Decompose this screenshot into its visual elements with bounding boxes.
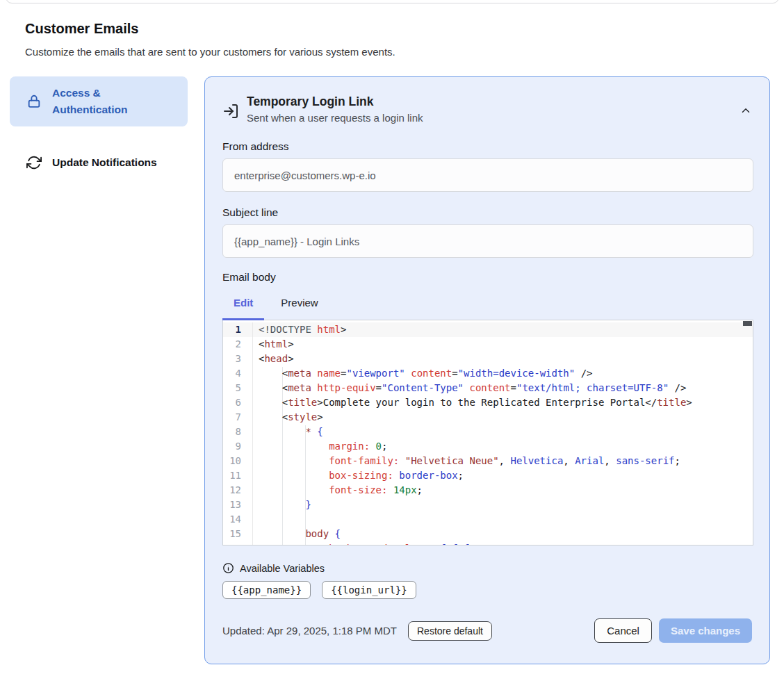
- variable-chip-login-url[interactable]: {{login_url}}: [322, 581, 416, 599]
- page-subtitle: Customize the emails that are sent to yo…: [25, 46, 395, 58]
- login-arrow-icon: [222, 103, 239, 120]
- chevron-up-icon[interactable]: [740, 104, 752, 117]
- line-number: 4: [223, 366, 253, 381]
- code-line[interactable]: 1<!DOCTYPE html>: [223, 322, 753, 337]
- line-number: 14: [223, 512, 253, 527]
- editor-scrollbar-thumb[interactable]: [743, 321, 752, 326]
- tab-edit[interactable]: Edit: [222, 293, 264, 313]
- code-editor[interactable]: 1<!DOCTYPE html>2<html>3<head>4 <meta na…: [222, 320, 753, 545]
- code-line[interactable]: 12 font-size: 14px;: [223, 483, 753, 498]
- page-title: Customer Emails: [25, 21, 138, 37]
- code-line[interactable]: 5 <meta http-equiv="Content-Type" conten…: [223, 381, 753, 395]
- line-number: 7: [223, 410, 253, 425]
- panel-header-text: Temporary Login Link Sent when a user re…: [247, 95, 423, 124]
- subject-line-label: Subject line: [222, 206, 752, 219]
- available-variables-label: Available Variables: [240, 563, 325, 574]
- cancel-button[interactable]: Cancel: [594, 618, 652, 643]
- code-line[interactable]: 6 <title>Complete your login to the Repl…: [223, 395, 753, 410]
- sidebar-item-label: Update Notifications: [52, 154, 157, 171]
- sidebar-item-label: Access & Authentication: [52, 85, 144, 118]
- line-number: 16: [223, 541, 253, 545]
- line-number: 13: [223, 498, 253, 512]
- updated-timestamp: Updated: Apr 29, 2025, 1:18 PM MDT: [222, 625, 397, 637]
- variable-chip-app-name[interactable]: {{app_name}}: [222, 581, 311, 599]
- line-number: 1: [223, 322, 253, 337]
- panel-footer: Updated: Apr 29, 2025, 1:18 PM MDT Resto…: [222, 618, 752, 643]
- code-line[interactable]: 15 body {: [223, 527, 753, 541]
- sidebar-item-access-authentication[interactable]: Access & Authentication: [10, 76, 188, 126]
- line-number: 9: [223, 439, 253, 454]
- line-number: 2: [223, 337, 253, 352]
- temporary-login-link-panel: Temporary Login Link Sent when a user re…: [204, 76, 770, 664]
- email-body-tabs: Edit Preview: [222, 293, 752, 313]
- info-icon: [222, 562, 234, 574]
- line-number: 5: [223, 381, 253, 395]
- code-line[interactable]: 13 }: [223, 498, 753, 512]
- line-number: 12: [223, 483, 253, 498]
- panel-title: Temporary Login Link: [247, 95, 423, 109]
- line-number: 8: [223, 425, 253, 439]
- tab-preview[interactable]: Preview: [270, 293, 329, 313]
- code-line[interactable]: 11 box-sizing: border-box;: [223, 468, 753, 483]
- code-line[interactable]: 16 background-color: #f5f5f5;: [223, 541, 753, 545]
- line-number: 15: [223, 527, 253, 541]
- code-line[interactable]: 8 * {: [223, 425, 753, 439]
- from-address-input[interactable]: [222, 158, 753, 192]
- code-editor-wrap: 1<!DOCTYPE html>2<html>3<head>4 <meta na…: [222, 320, 752, 545]
- code-line[interactable]: 2<html>: [223, 337, 753, 352]
- code-line[interactable]: 7 <style>: [223, 410, 753, 425]
- code-lines: 1<!DOCTYPE html>2<html>3<head>4 <meta na…: [223, 320, 753, 545]
- refresh-icon: [26, 155, 42, 170]
- sidebar-item-update-notifications[interactable]: Update Notifications: [10, 143, 188, 182]
- email-body-label: Email body: [222, 271, 752, 284]
- restore-default-button[interactable]: Restore default: [408, 621, 492, 641]
- line-number: 3: [223, 352, 253, 366]
- panel-subtitle: Sent when a user requests a login link: [247, 112, 423, 124]
- line-number: 10: [223, 454, 253, 468]
- lock-icon: [26, 94, 42, 109]
- code-line[interactable]: 3<head>: [223, 352, 753, 366]
- code-line[interactable]: 10 font-family: "Helvetica Neue", Helvet…: [223, 454, 753, 468]
- save-changes-button[interactable]: Save changes: [659, 618, 752, 643]
- email-types-sidebar: Access & Authentication Update Notificat…: [10, 76, 188, 182]
- active-tab-indicator: [222, 318, 264, 320]
- panel-header: Temporary Login Link Sent when a user re…: [222, 95, 752, 124]
- line-number: 11: [223, 468, 253, 483]
- line-number: 6: [223, 395, 253, 410]
- code-line[interactable]: 4 <meta name="viewport" content="width=d…: [223, 366, 753, 381]
- from-address-label: From address: [222, 140, 752, 153]
- subject-line-input[interactable]: [222, 224, 753, 258]
- variable-chips: {{app_name}} {{login_url}}: [222, 581, 752, 599]
- code-line[interactable]: 14: [223, 512, 753, 527]
- available-variables-row: Available Variables: [222, 562, 752, 574]
- code-line[interactable]: 9 margin: 0;: [223, 439, 753, 454]
- previous-card-bottom-edge: [6, 0, 779, 3]
